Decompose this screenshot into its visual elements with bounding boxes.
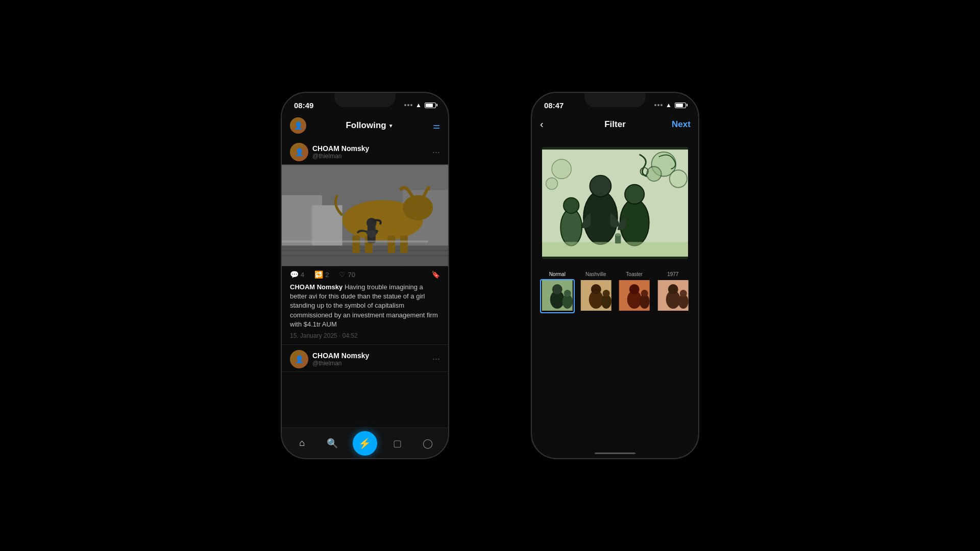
filter-preview xyxy=(532,135,698,271)
signal-dot-5 xyxy=(657,104,659,106)
svg-point-18 xyxy=(670,170,687,188)
tweet-1-timestamp: 15. January 2025 · 04:52 xyxy=(282,332,448,344)
svg-point-29 xyxy=(615,233,621,236)
svg-point-36 xyxy=(564,290,571,297)
nav-search[interactable]: 🔍 xyxy=(322,433,342,454)
tweet-2-user-info: CHOAM Nomsky @thielman xyxy=(312,352,369,367)
tweet-2-name: CHOAM Nomsky xyxy=(312,352,369,360)
tweet-1-user-info: CHOAM Nomsky @thielman xyxy=(312,144,369,160)
svg-point-46 xyxy=(641,290,648,297)
status-icons-1: ▲ xyxy=(404,102,436,109)
wifi-icon-2: ▲ xyxy=(666,102,672,109)
nav-profile[interactable]: ◯ xyxy=(418,433,438,454)
back-button[interactable]: ‹ xyxy=(540,118,558,130)
tweet-1-more-icon[interactable]: ··· xyxy=(432,147,440,158)
svg-rect-15 xyxy=(282,240,428,242)
svg-rect-27 xyxy=(542,242,688,257)
svg-point-51 xyxy=(679,290,687,297)
filter-header: ‹ Filter Next xyxy=(532,114,698,135)
notifications-icon: ▢ xyxy=(393,438,402,449)
filter-nashville-label: Nashville xyxy=(585,271,606,277)
tweet-1-avatar: 👤 xyxy=(290,143,308,161)
battery-icon-2 xyxy=(675,103,686,108)
filter-icon[interactable]: ⚌ xyxy=(433,121,440,131)
following-button[interactable]: Following ▼ xyxy=(346,120,393,131)
svg-point-44 xyxy=(629,284,640,294)
status-icons-2: ▲ xyxy=(654,102,686,109)
profile-icon: ◯ xyxy=(423,438,433,449)
tweet-1-text-author: CHOAM Nomsky xyxy=(290,283,342,291)
preview-art-svg xyxy=(542,147,688,259)
nav-compose[interactable]: ⚡ xyxy=(353,431,377,456)
retweet-action[interactable]: 🔁 2 xyxy=(314,270,329,279)
bookmark-icon[interactable]: 🔖 xyxy=(431,270,440,279)
like-icon: ♡ xyxy=(339,270,346,279)
tweet-2-avatar-img: 👤 xyxy=(290,350,308,368)
filter-options: Normal xyxy=(532,271,698,323)
tweet-1-handle: @thielman xyxy=(312,153,369,160)
svg-point-25 xyxy=(564,198,579,214)
svg-rect-9 xyxy=(352,236,360,254)
tweet-1-text: CHOAM Nomsky Having trouble imagining a … xyxy=(282,283,448,332)
phone-1: 08:49 ▲ 👤 xyxy=(281,92,449,459)
preview-image-container xyxy=(542,147,688,259)
tweet-2: 👤 CHOAM Nomsky @thielman ··· xyxy=(282,345,448,372)
search-icon: 🔍 xyxy=(327,438,338,449)
svg-point-24 xyxy=(560,209,582,246)
status-time-1: 08:49 xyxy=(294,101,313,110)
battery-icon-1 xyxy=(425,103,436,108)
nav-notifications[interactable]: ▢ xyxy=(387,433,408,454)
feed-content: 👤 CHOAM Nomsky @thielman ··· xyxy=(282,138,448,428)
tweet-1-actions: 💬 4 🔁 2 ♡ 70 🔖 xyxy=(282,266,448,283)
scroll-indicator xyxy=(532,448,698,458)
nav-home[interactable]: ⌂ xyxy=(292,433,312,454)
signal-dot-3 xyxy=(410,104,412,106)
filter-1977[interactable]: 1977 xyxy=(656,271,691,314)
phones-container: 08:49 ▲ 👤 xyxy=(281,92,699,459)
filter-1977-thumb[interactable] xyxy=(656,279,691,314)
tweet-1-user[interactable]: 👤 CHOAM Nomsky @thielman xyxy=(290,143,369,161)
filter-toaster-label: Toaster xyxy=(626,271,643,277)
tweet-1-header: 👤 CHOAM Nomsky @thielman ··· xyxy=(282,138,448,164)
like-action[interactable]: ♡ 70 xyxy=(339,270,355,279)
svg-rect-11 xyxy=(387,236,395,254)
header-avatar[interactable]: 👤 xyxy=(290,117,306,134)
filter-toaster-thumb[interactable] xyxy=(617,279,652,314)
next-button[interactable]: Next xyxy=(672,119,690,130)
tweet-1-image[interactable] xyxy=(282,164,448,266)
status-time-2: 08:47 xyxy=(544,101,564,110)
phone-1-screen: 08:49 ▲ 👤 xyxy=(282,93,448,458)
filter-nashville[interactable]: Nashville xyxy=(579,271,614,314)
filter-normal-label: Normal xyxy=(549,271,566,277)
tweet-2-user[interactable]: 👤 CHOAM Nomsky @thielman xyxy=(290,350,369,368)
feed-header: 👤 Following ▼ ⚌ xyxy=(282,114,448,138)
battery-fill-2 xyxy=(676,104,683,107)
svg-point-19 xyxy=(647,167,662,182)
comment-icon: 💬 xyxy=(290,270,299,279)
tweet-1-avatar-img: 👤 xyxy=(290,143,308,161)
filter-nashville-thumb[interactable] xyxy=(579,279,614,314)
comment-action[interactable]: 💬 4 xyxy=(290,270,304,279)
tweet-2-header: 👤 CHOAM Nomsky @thielman ··· xyxy=(282,345,448,371)
filter-toaster[interactable]: Toaster xyxy=(617,271,652,314)
filter-title: Filter xyxy=(604,119,626,130)
signal-dot-4 xyxy=(654,104,656,106)
home-icon: ⌂ xyxy=(299,438,305,448)
following-label: Following xyxy=(346,120,386,131)
retweet-count: 2 xyxy=(325,271,329,279)
signal-dots-1 xyxy=(404,104,412,106)
svg-point-30 xyxy=(552,160,571,179)
bull-statue-svg xyxy=(282,164,448,266)
signal-dot-6 xyxy=(660,104,663,106)
filter-normal-thumb[interactable] xyxy=(540,279,575,314)
tweet-2-more-icon[interactable]: ··· xyxy=(432,354,440,364)
svg-point-23 xyxy=(625,185,644,204)
compose-icon: ⚡ xyxy=(358,437,371,449)
svg-point-31 xyxy=(546,178,558,190)
svg-point-41 xyxy=(602,290,609,297)
phone-2-screen: 08:47 ▲ ‹ Filter Next xyxy=(532,93,698,458)
filter-normal[interactable]: Normal xyxy=(540,271,575,314)
filter-1977-label: 1977 xyxy=(667,271,678,277)
like-count: 70 xyxy=(348,271,355,279)
svg-point-49 xyxy=(668,284,678,294)
